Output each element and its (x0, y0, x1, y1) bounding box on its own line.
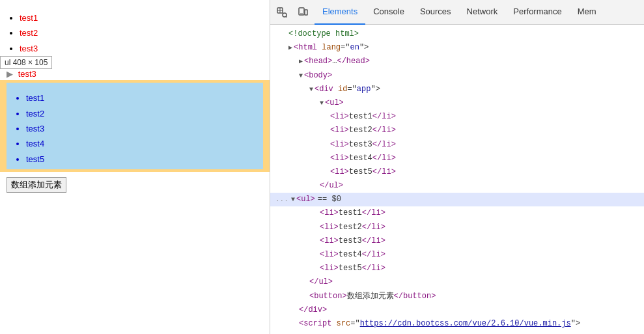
expand-ul2[interactable]: ▼ (291, 195, 295, 205)
tab-sources[interactable]: Sources (412, 0, 459, 25)
svg-line-4 (286, 16, 287, 17)
code-button[interactable]: <button>数组添加元素</button> (270, 290, 644, 303)
script-src-link[interactable]: https://cdn.bootcss.com/vue/2.6.10/vue.m… (360, 319, 571, 328)
highlighted-section: test1 test2 test3 test4 test5 (0, 80, 270, 172)
expand-head[interactable]: ▶ (299, 57, 303, 67)
expand-ul1[interactable]: ▼ (320, 98, 324, 109)
expand-html[interactable]: ▶ (288, 43, 292, 53)
h-item-2: test2 (26, 106, 257, 121)
code-li2-1[interactable]: <li>test1</li> (270, 206, 644, 220)
code-ul-close-2[interactable]: </ul> (270, 275, 644, 289)
top-list: test1 test2 test3 (0, 0, 270, 61)
list-item-2: test2 (20, 25, 263, 40)
code-li2-3[interactable]: <li>test3</li> (270, 234, 644, 248)
h-link-2[interactable]: test2 (26, 109, 44, 118)
devtools-code-panel: <!doctype html> ▶<html lang="en"> ▶<head… (270, 25, 644, 334)
svg-point-3 (283, 13, 287, 17)
code-li-4[interactable]: <li>test4</li> (270, 152, 644, 165)
h-link-4[interactable]: test4 (26, 139, 44, 148)
selected-indicator: == $0 (318, 193, 341, 206)
highlighted-inner: test1 test2 test3 test4 test5 (7, 83, 263, 169)
code-li-1[interactable]: <li>test1</li> (270, 110, 644, 124)
h-item-3: test3 (26, 121, 257, 136)
tab-network[interactable]: Network (459, 0, 506, 25)
code-body[interactable]: ▼<body> (270, 69, 644, 83)
inspect-icon[interactable] (273, 3, 291, 21)
code-li-5[interactable]: <li>test5</li> (270, 165, 644, 179)
tab-elements[interactable]: Elements (315, 0, 365, 25)
expand-body[interactable]: ▼ (299, 71, 303, 81)
element-tooltip: ul 408 × 105 (0, 56, 52, 69)
code-head[interactable]: ▶<head>…</head> (270, 55, 644, 68)
code-script[interactable]: <script src="https://cdn.bootcss.com/vue… (270, 317, 644, 331)
webpage-preview: test1 test2 test3 ul 408 × 105 ▶ test3 t… (0, 0, 270, 334)
h-item-4: test4 (26, 136, 257, 151)
line-dots: ... (275, 194, 288, 206)
collapsed-item-row: ▶ test3 (0, 69, 270, 79)
link-test3[interactable]: test3 (20, 44, 38, 53)
code-ul-close-1[interactable]: </ul> (270, 179, 644, 193)
link-test2[interactable]: test2 (20, 28, 38, 38)
devtools-panel: Elements Console Sources Network Perform… (270, 0, 644, 334)
code-li-3[interactable]: <li>test3</li> (270, 138, 644, 152)
top-ul: test1 test2 test3 (7, 10, 263, 56)
tooltip-text: ul 408 × 105 (5, 58, 48, 67)
h-link-1[interactable]: test1 (26, 93, 44, 103)
tab-mem[interactable]: Mem (570, 0, 604, 25)
h-item-5: test5 (26, 152, 257, 167)
h-link-3[interactable]: test3 (26, 124, 44, 133)
devtools-tabs-bar: Elements Console Sources Network Perform… (270, 0, 644, 25)
tab-console[interactable]: Console (365, 0, 412, 25)
expand-arrow[interactable]: ▶ (7, 69, 13, 79)
expand-div[interactable]: ▼ (309, 85, 313, 95)
h-item-1: test1 (26, 90, 257, 105)
tab-performance[interactable]: Performance (505, 0, 569, 25)
add-button[interactable]: 数组添加元素 (7, 177, 66, 193)
svg-rect-6 (305, 10, 307, 15)
code-div-close[interactable]: </div> (270, 303, 644, 317)
code-li2-4[interactable]: <li>test4</li> (270, 248, 644, 262)
code-ul-first[interactable]: ▼<ul> (270, 96, 644, 110)
code-div-app[interactable]: ▼<div id="app"> (270, 83, 644, 96)
code-doctype: <!doctype html> (270, 27, 644, 41)
code-html[interactable]: ▶<html lang="en"> (270, 41, 644, 55)
code-ul-selected[interactable]: ... ▼ <ul> == $0 (270, 193, 644, 206)
list-item-1: test1 (20, 10, 263, 25)
collapsed-item-label: test3 (18, 69, 36, 79)
code-li-2[interactable]: <li>test2</li> (270, 124, 644, 137)
add-button-container: 数组添加元素 (0, 172, 270, 198)
list-item-3: test3 (20, 41, 263, 56)
link-test1[interactable]: test1 (20, 13, 38, 23)
highlighted-ul: test1 test2 test3 test4 test5 (13, 90, 257, 167)
device-icon[interactable] (294, 3, 312, 21)
code-li2-2[interactable]: <li>test2</li> (270, 221, 644, 234)
code-li2-5[interactable]: <li>test5</li> (270, 262, 644, 275)
h-link-5[interactable]: test5 (26, 154, 44, 164)
